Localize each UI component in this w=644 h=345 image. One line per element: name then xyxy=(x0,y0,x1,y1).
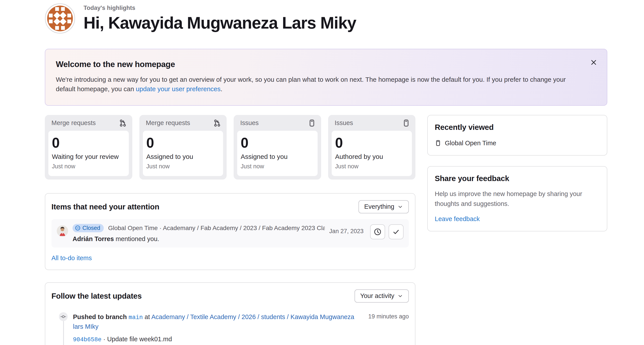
todo-content: Closed Global Open Time · Academany / Fa… xyxy=(72,224,325,242)
snooze-button[interactable] xyxy=(370,224,385,239)
attention-title: Items that need your attention xyxy=(52,202,159,211)
commit-sha-link[interactable]: 904b658e xyxy=(73,336,102,343)
banner-text: We're introducing a new way for you to g… xyxy=(56,76,566,92)
sidebar: Recently viewed Global Open Time Share y… xyxy=(427,115,607,345)
stat-cards-row: Merge requests 0 Waiting for your review xyxy=(45,115,416,180)
stat-card-title: Merge requests xyxy=(52,119,96,126)
merge-request-icon xyxy=(213,119,221,127)
stat-card-body: 0 Assigned to you Just now xyxy=(143,131,223,176)
close-icon xyxy=(590,59,598,66)
feedback-body: Help us improve the new homepage by shar… xyxy=(435,189,593,209)
stat-updated: Just now xyxy=(52,163,125,170)
avatar-pattern-icon xyxy=(45,3,75,34)
todo-action-text: mentioned you. xyxy=(114,235,159,242)
activity-timestamp: 19 minutes ago xyxy=(368,313,409,320)
header-text: Today's highlights Hi, Kawayida Mugwanez… xyxy=(84,4,356,32)
all-todo-items-link[interactable]: All to-do items xyxy=(52,254,92,262)
feedback-card: Share your feedback Help us improve the … xyxy=(427,166,607,232)
check-icon xyxy=(392,228,400,236)
stat-card-mr-assigned[interactable]: Merge requests 0 Assigned to you Ju xyxy=(139,115,227,180)
attention-filter-dropdown[interactable]: Everything xyxy=(358,200,409,213)
activity-feed: Pushed to branch main at Academany / Tex… xyxy=(52,312,409,345)
main-column: Merge requests 0 Waiting for your review xyxy=(45,115,416,345)
update-preferences-link[interactable]: update your user preferences xyxy=(136,85,220,92)
stat-card-issues-assigned[interactable]: Issues 0 Assigned to you Just now xyxy=(234,115,321,180)
chevron-down-icon xyxy=(398,204,403,210)
stat-updated: Just now xyxy=(146,163,219,170)
commit-line: 904b658e · Update file week01.md xyxy=(73,336,409,343)
activity-card: Follow the latest updates Your activity xyxy=(45,282,416,345)
branch-link[interactable]: main xyxy=(128,314,143,321)
person-avatar-icon xyxy=(57,225,68,237)
clock-icon xyxy=(374,228,382,236)
activity-title: Follow the latest updates xyxy=(52,292,142,300)
recently-viewed-title: Recently viewed xyxy=(435,123,600,132)
activity-text: Pushed to branch main at Academany / Tex… xyxy=(73,312,363,331)
feedback-title: Share your feedback xyxy=(435,174,600,183)
stat-card-title: Merge requests xyxy=(146,119,190,126)
commit-message: Update file week01.md xyxy=(107,336,172,342)
leave-feedback-link[interactable]: Leave feedback xyxy=(435,215,480,222)
page-header: Today's highlights Hi, Kawayida Mugwanez… xyxy=(45,3,607,34)
stat-card-mr-review[interactable]: Merge requests 0 Waiting for your review xyxy=(45,115,132,180)
stat-count: 0 xyxy=(52,136,125,150)
recently-viewed-card: Recently viewed Global Open Time xyxy=(427,115,607,156)
stat-card-body: 0 Authored by you Just now xyxy=(332,131,412,176)
recently-viewed-item-label: Global Open Time xyxy=(445,140,496,147)
stat-count: 0 xyxy=(146,136,219,150)
stat-count: 0 xyxy=(335,136,408,150)
user-avatar xyxy=(45,3,75,34)
stat-card-body: 0 Waiting for your review Just now xyxy=(48,131,129,176)
todo-path-link[interactable]: Global Open Time · Academany / Fab Acade… xyxy=(106,224,325,232)
issue-type-icon xyxy=(435,140,441,146)
issues-icon xyxy=(308,119,316,127)
banner-body: We're introducing a new way for you to g… xyxy=(56,75,586,94)
stat-updated: Just now xyxy=(241,163,314,170)
stat-label: Authored by you xyxy=(335,153,408,160)
commit-icon xyxy=(59,312,68,321)
issues-icon xyxy=(402,119,410,127)
stat-count: 0 xyxy=(241,136,314,150)
stat-card-issues-authored[interactable]: Issues 0 Authored by you Just now xyxy=(328,115,416,180)
status-badge-label: Closed xyxy=(82,224,100,232)
attention-filter-label: Everything xyxy=(364,203,394,210)
stat-card-title: Issues xyxy=(335,119,353,126)
status-badge: Closed xyxy=(72,224,104,232)
greeting-heading: Hi, Kawayida Mugwaneza Lars Miky xyxy=(84,13,356,32)
today-highlights-label: Today's highlights xyxy=(84,4,356,12)
stat-card-body: 0 Assigned to you Just now xyxy=(237,131,318,176)
todo-actions xyxy=(370,224,404,239)
todo-item: Closed Global Open Time · Academany / Fa… xyxy=(52,219,409,248)
todo-message: Adrián Torres mentioned you. xyxy=(72,235,325,242)
stat-updated: Just now xyxy=(335,163,408,170)
commit-separator: · xyxy=(102,336,107,342)
mark-done-button[interactable] xyxy=(388,224,404,239)
banner-title: Welcome to the new homepage xyxy=(56,60,586,69)
welcome-banner: Welcome to the new homepage We're introd… xyxy=(45,49,607,106)
attention-card: Items that need your attention Everythin… xyxy=(45,193,416,270)
banner-text-end: . xyxy=(220,85,222,92)
banner-close-button[interactable] xyxy=(588,57,600,68)
activity-item: Pushed to branch main at Academany / Tex… xyxy=(52,312,409,343)
activity-connector: at xyxy=(143,313,152,320)
todo-author-avatar xyxy=(57,225,68,237)
todo-date: Jan 27, 2023 xyxy=(329,228,364,235)
stat-card-title: Issues xyxy=(240,119,259,126)
issue-closed-icon xyxy=(75,225,81,231)
todo-path-text: Global Open Time · Academany / Fab Acade… xyxy=(108,224,325,232)
activity-filter-dropdown[interactable]: Your activity xyxy=(354,290,409,302)
activity-filter-label: Your activity xyxy=(360,292,394,300)
activity-action: Pushed to branch xyxy=(73,313,127,320)
stat-label: Assigned to you xyxy=(146,153,219,160)
todo-author-name: Adrián Torres xyxy=(72,235,114,242)
homepage: Today's highlights Hi, Kawayida Mugwanez… xyxy=(45,0,607,345)
chevron-down-icon xyxy=(398,293,403,299)
merge-request-icon xyxy=(119,119,127,127)
stat-label: Assigned to you xyxy=(241,153,314,160)
stat-label: Waiting for your review xyxy=(52,153,125,160)
recently-viewed-item[interactable]: Global Open Time xyxy=(435,140,600,147)
